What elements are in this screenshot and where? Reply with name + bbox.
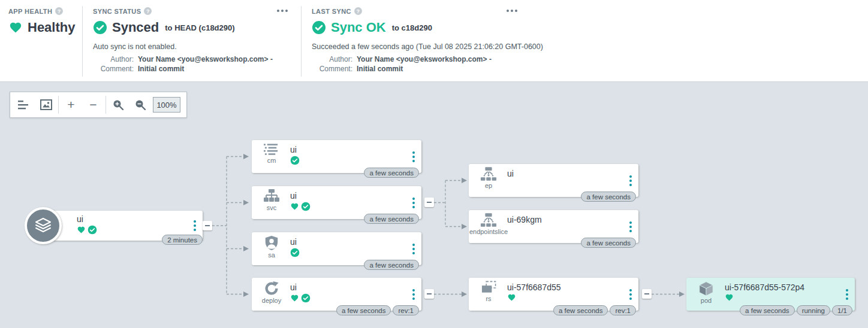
- node-title: ui: [290, 283, 297, 292]
- revision-badge: rev:1: [610, 305, 636, 315]
- node-endpoints-ui[interactable]: ep ui a few seconds: [469, 164, 638, 197]
- toolbar-divider: [106, 96, 106, 114]
- node-title: ui: [77, 214, 83, 224]
- fit-to-view-icon[interactable]: [35, 93, 57, 116]
- author-label: Author:: [312, 55, 352, 63]
- help-icon[interactable]: ?: [55, 7, 63, 15]
- node-title: ui: [290, 191, 297, 201]
- collapse-button[interactable]: [642, 289, 652, 299]
- node-menu-icon[interactable]: [411, 242, 417, 256]
- collapse-button[interactable]: [424, 198, 434, 207]
- service-icon: [263, 189, 280, 204]
- sync-ok-check-icon: [312, 20, 326, 35]
- node-menu-icon[interactable]: [628, 220, 634, 234]
- sync-revision: to HEAD (c18d290): [165, 23, 234, 32]
- node-menu-icon[interactable]: [628, 174, 634, 188]
- last-sync-section: LAST SYNC ? Sync OK to c18d290 Succeeded…: [312, 7, 543, 73]
- node-menu-icon[interactable]: [844, 287, 850, 302]
- last-sync-revision: to c18d290: [392, 23, 432, 32]
- age-badge: a few seconds: [336, 305, 391, 315]
- last-sync-note: Succeeded a few seconds ago (Tue Jul 08 …: [312, 42, 543, 51]
- phase-badge: running: [797, 305, 830, 315]
- node-configmap-ui[interactable]: cm ui a few seconds: [252, 140, 421, 173]
- last-sync-label-text: LAST SYNC: [312, 8, 351, 15]
- node-endpointslice-ui-69kgm[interactable]: endpointslice ui-69kgm a few seconds: [469, 210, 638, 243]
- app-health-label-text: APP HEALTH: [8, 8, 52, 15]
- node-kind-label: rs: [486, 295, 491, 302]
- healthy-heart-icon: [8, 21, 23, 34]
- app-health-label: APP HEALTH ?: [8, 7, 75, 15]
- node-menu-icon[interactable]: [628, 287, 634, 302]
- author-value: Your Name <you@eksworkshop.com> -: [357, 55, 543, 63]
- collapse-button[interactable]: [424, 289, 434, 299]
- node-menu-icon[interactable]: [411, 287, 417, 302]
- node-kind-label: pod: [701, 297, 712, 304]
- zoom-level-value[interactable]: 100%: [153, 97, 180, 113]
- age-badge: a few seconds: [364, 260, 419, 270]
- pod-icon: [698, 281, 714, 296]
- node-kind-label: endpointslice: [469, 228, 508, 235]
- synced-check-icon: [88, 225, 97, 235]
- layout-list-icon[interactable]: [13, 93, 35, 116]
- synced-check-icon: [301, 293, 311, 303]
- app-health-section: APP HEALTH ? Healthy: [8, 7, 75, 35]
- node-title: ui: [290, 237, 297, 247]
- serviceaccount-icon: [264, 235, 279, 251]
- graph-toolbar: + − 100%: [10, 92, 187, 118]
- node-title: ui-69kgm: [507, 215, 542, 224]
- help-icon[interactable]: ?: [354, 7, 362, 15]
- node-serviceaccount-ui[interactable]: sa ui a few seconds: [252, 232, 421, 265]
- toolbar-divider: [58, 96, 59, 114]
- healthy-heart-icon: [77, 226, 86, 234]
- author-value: Your Name <you@eksworkshop.com> -: [138, 55, 273, 63]
- comment-value: Initial commit: [138, 65, 273, 73]
- node-title: ui-57f6687d55: [507, 283, 561, 292]
- sync-status-label-text: SYNC STATUS: [93, 8, 141, 15]
- configmap-icon: [264, 143, 280, 156]
- collapse-button[interactable]: [203, 221, 212, 230]
- node-kind-label: deploy: [262, 297, 281, 304]
- node-pod-ui-57f6687d55-572p4[interactable]: pod ui-57f6687d55-572p4 a few seconds ru…: [686, 278, 855, 311]
- synced-check-icon: [93, 20, 107, 35]
- node-menu-icon[interactable]: [411, 150, 417, 164]
- ready-badge: 1/1: [832, 305, 852, 315]
- age-badge: a few seconds: [364, 214, 419, 224]
- zoom-in-step-button[interactable]: +: [60, 93, 82, 116]
- header-divider: [82, 6, 83, 77]
- app-health-value: Healthy: [28, 20, 75, 35]
- age-badge: a few seconds: [581, 192, 636, 202]
- magnifier-zoom-out-icon[interactable]: [129, 93, 152, 116]
- magnifier-zoom-in-icon[interactable]: [107, 93, 129, 116]
- application-icon: [25, 207, 62, 244]
- last-sync-value: Sync OK: [331, 20, 386, 35]
- last-sync-menu-icon[interactable]: [504, 7, 520, 14]
- node-application-ui[interactable]: ui 2 minutes: [53, 211, 203, 241]
- healthy-heart-icon: [290, 294, 299, 302]
- age-badge: 2 minutes: [162, 235, 203, 245]
- node-title: ui-57f6687d55-572p4: [725, 283, 804, 292]
- auto-sync-note: Auto sync is not enabled.: [93, 42, 273, 51]
- sync-status-label: SYNC STATUS ?: [93, 7, 273, 15]
- node-title: ui: [507, 169, 514, 178]
- sync-status-section: SYNC STATUS ? Synced to HEAD (c18d290) A…: [93, 7, 273, 73]
- node-menu-icon[interactable]: [192, 218, 198, 233]
- synced-check-icon: [290, 248, 300, 257]
- resource-tree-canvas[interactable]: + − 100% ui 2 minutes: [0, 82, 868, 328]
- node-title: ui: [290, 145, 297, 154]
- synced-check-icon: [290, 156, 300, 165]
- endpoints-icon: [480, 167, 497, 181]
- comment-label: Comment:: [93, 65, 134, 73]
- node-service-ui[interactable]: svc ui a few seconds: [252, 186, 421, 219]
- replicaset-icon: [481, 281, 497, 294]
- zoom-out-step-button[interactable]: −: [82, 93, 104, 116]
- sync-status-menu-icon[interactable]: [275, 7, 290, 14]
- comment-label: Comment:: [312, 65, 352, 73]
- node-menu-icon[interactable]: [411, 196, 417, 210]
- help-icon[interactable]: ?: [144, 7, 152, 15]
- node-replicaset-ui-57f6687d55[interactable]: rs ui-57f6687d55 a few seconds rev:1: [469, 278, 638, 311]
- synced-check-icon: [301, 202, 311, 211]
- node-deployment-ui[interactable]: deploy ui a few seconds rev:1: [252, 278, 421, 311]
- comment-value: Initial commit: [357, 65, 543, 73]
- healthy-heart-icon: [290, 202, 299, 211]
- header-divider: [301, 6, 302, 77]
